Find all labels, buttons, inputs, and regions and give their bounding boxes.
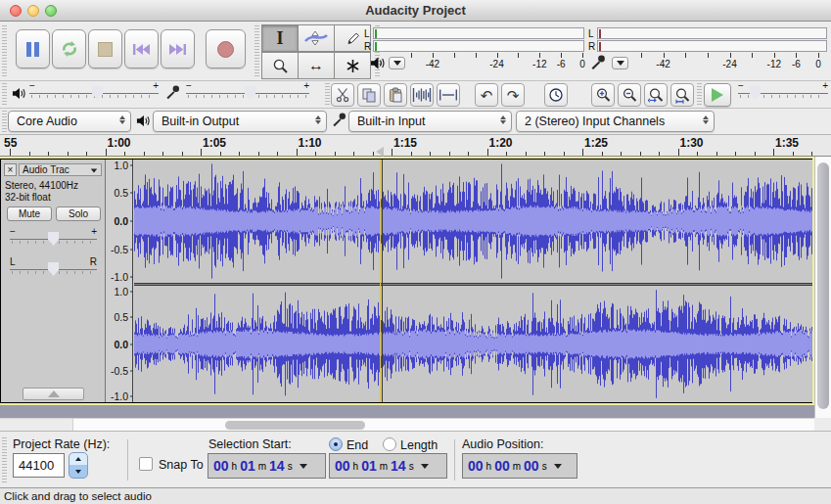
audio-host-select[interactable]: Core Audio [8,111,131,132]
project-rate-stepper[interactable] [69,452,88,479]
end-hours[interactable]: 00 [335,458,350,474]
cut-button[interactable] [331,83,354,107]
copy-button[interactable] [357,83,381,107]
meter-scale-label: -42 [656,59,669,69]
track-close-button[interactable]: × [4,163,17,176]
output-device-select[interactable]: Built-in Output [153,111,327,132]
end-radio[interactable] [329,437,343,451]
project-rate-input[interactable]: 44100 [13,453,65,478]
playback-speed-slider[interactable]: − + [738,82,828,104]
play-loop-button[interactable] [52,29,86,69]
start-seconds[interactable]: 14 [269,458,285,474]
playback-meter-left-bar[interactable] [373,27,584,39]
audacity-window: Audacity Project [0,0,831,504]
track-menu-button[interactable]: Audio Trac [19,163,102,176]
vertical-ruler[interactable]: 1.00.50.0-0.5-1.0 1.00.50.0-0.5-1.0 [106,160,133,402]
silence-icon [439,87,458,103]
redo-icon: ↷ [507,88,520,103]
solo-button[interactable]: Solo [56,206,101,221]
pause-button[interactable] [16,29,50,69]
envelope-tool-button[interactable] [298,24,335,52]
waveform-channel-1[interactable] [134,160,812,283]
fit-selection-button[interactable] [644,83,668,107]
output-device-value: Built-in Output [162,115,239,128]
audio-hours[interactable]: 00 [468,458,484,474]
edit-toolbar-grip[interactable] [325,83,330,105]
playback-meter-right-bar[interactable] [373,40,584,52]
ruler-time-label: 1:25 [584,136,608,150]
start-hours[interactable]: 00 [213,458,229,474]
chevron-down-icon[interactable] [554,464,562,469]
vertical-ruler-tick [130,292,133,293]
selection-end-field[interactable]: 00h01m14s [329,453,447,479]
horizontal-scrollbar-thumb[interactable] [225,421,365,430]
recording-meter-right-bar[interactable] [597,40,827,52]
playback-meter-menu-button[interactable] [389,57,405,69]
fit-project-button[interactable] [670,83,694,107]
transcription-toolbar-grip[interactable] [697,83,702,105]
selection-start-field[interactable]: 00h01m14s [208,453,326,479]
ruler-minor-tick [29,152,30,156]
start-minutes[interactable]: 01 [240,458,255,474]
vertical-ruler-label: -0.5 [111,365,128,377]
input-channels-select[interactable]: 2 (Stereo) Input Channels [516,111,715,132]
vertical-scrollbar-thumb[interactable] [817,162,829,409]
unit-h: h [486,461,492,472]
timeline-ruler[interactable]: 551:001:051:101:151:201:251:301:35 [0,134,831,157]
sync-lock-button[interactable] [544,83,568,107]
rewind-button[interactable] [124,29,159,69]
ruler-minor-tick [716,152,717,156]
audio-minutes[interactable]: 00 [494,458,510,474]
record-button[interactable] [206,29,246,69]
time-shift-tool-button[interactable]: ↔ [298,52,335,79]
length-radio[interactable] [383,437,396,451]
input-volume-slider[interactable]: − + [186,82,309,104]
forward-button[interactable] [161,29,195,69]
silence-button[interactable] [437,83,460,107]
end-minutes[interactable]: 01 [361,458,377,474]
tools-toolbar-grip[interactable] [254,25,259,76]
redo-button[interactable]: ↷ [501,83,525,107]
ruler-time-label: 1:20 [489,136,513,150]
title-bar[interactable]: Audacity Project [0,0,831,22]
multi-tool-button[interactable] [334,52,371,79]
end-radio-label[interactable]: End [346,438,368,452]
vertical-scrollbar[interactable] [814,157,831,431]
horizontal-scrollbar[interactable] [73,418,814,431]
mute-button[interactable]: Mute [7,206,52,221]
end-seconds[interactable]: 14 [391,458,406,474]
audio-position-field[interactable]: 00h00m00s [462,453,577,479]
gain-slider[interactable]: − + [10,228,97,250]
vertical-ruler-label: -0.5 [111,244,128,255]
vertical-ruler-tick [130,370,133,371]
waveform-area[interactable] [134,160,812,402]
recording-meter-menu-button[interactable] [612,57,628,69]
selection-toolbar-grip[interactable] [2,437,7,482]
recording-meter-left-bar[interactable] [597,27,827,39]
undo-button[interactable]: ↶ [475,83,498,107]
zoom-tool-button[interactable] [261,52,299,79]
chevron-down-icon[interactable] [300,464,307,469]
zoom-out-button[interactable] [618,83,641,107]
output-volume-slider[interactable]: − + [29,82,159,104]
track-collapse-button[interactable] [23,388,84,400]
audio-seconds[interactable]: 00 [524,458,539,474]
trim-button[interactable] [410,83,434,107]
play-at-speed-button[interactable] [704,83,731,107]
paste-button[interactable] [384,83,407,107]
chevron-down-icon[interactable] [421,464,429,469]
stop-button[interactable] [88,29,122,69]
waveform-channel-2[interactable] [134,286,812,402]
ruler-minor-tick [182,152,183,156]
transport-toolbar-grip[interactable] [2,25,7,76]
mixer-toolbar-grip[interactable] [2,83,7,105]
zoom-in-button[interactable] [591,83,615,107]
meter-scale-tick [752,53,753,58]
input-device-select[interactable]: Built-in Input [348,111,512,132]
pan-slider[interactable]: L R [10,258,97,280]
device-toolbar-grip[interactable] [2,111,7,132]
selection-tool-button[interactable]: I [261,24,299,52]
multi-tool-icon [346,59,360,73]
length-radio-label[interactable]: Length [400,438,438,452]
snap-to-checkbox[interactable] [139,457,153,471]
